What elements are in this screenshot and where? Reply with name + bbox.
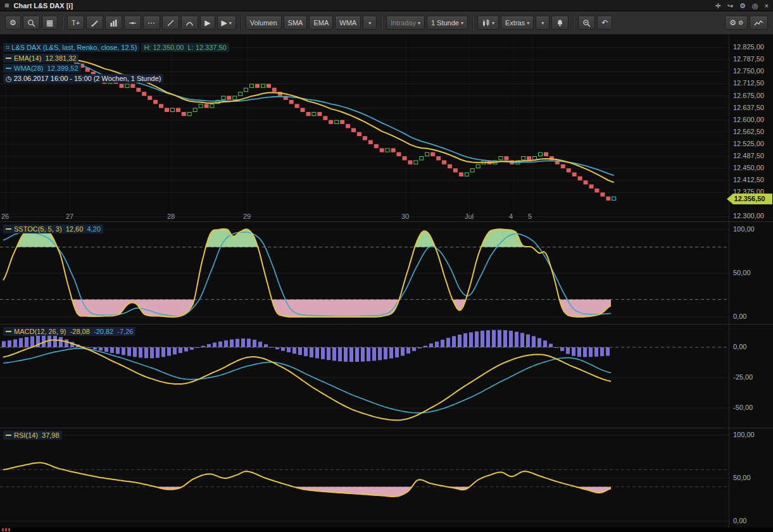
trend-line-tool-button[interactable] [162,16,179,30]
sstoc-canvas[interactable] [0,222,729,325]
titlebar: ≡ Chart L&S DAX [i] ✛ ↪ ⚙ ◎ × [0,0,773,11]
magnifier-icon [27,19,35,27]
cursor-tool-button[interactable]: ▶ [200,16,215,30]
text-tool-button[interactable]: T+ [67,16,84,30]
chart-type-dropdown[interactable]: ▾ [477,16,499,30]
double-gear-icon: ⚙ [729,19,736,27]
chart-application: ≡ Chart L&S DAX [i] ✛ ↪ ⚙ ◎ × ⚙ ▦ T+ ▶ ▶… [0,0,773,532]
ema-line-icon [6,58,11,59]
curve-tool-button[interactable] [181,16,198,30]
toolbar-separator [381,16,382,30]
candlestick-icon [482,19,490,27]
chevron-down-icon: ▾ [527,20,529,26]
record-icon[interactable]: ◎ [752,0,758,11]
rsi-legend[interactable]: RSI(14) 37,98 [3,431,62,439]
gear-small-icon: ⚙ [738,19,743,27]
sstoc-legend[interactable]: SSTOC(5, 5, 3) 12,60 4,20 [3,225,103,233]
menu-icon[interactable]: ≡ [4,1,9,10]
toolbar-separator [62,16,63,30]
magnifier-minus-icon [582,19,591,27]
macd-pane[interactable]: MACD(12, 26, 9) -28,08 -20,82 -7,26 0,00… [0,325,773,428]
window-controls: ✛ ↪ ⚙ ◎ × [715,0,769,11]
clock-icon: ◷ [6,75,12,82]
alerts-dropdown-button[interactable]: ▾ [536,16,550,30]
chevron-down-icon: ▾ [492,20,494,26]
toolbar-separator [573,16,574,30]
close-icon[interactable]: × [765,0,769,11]
intraday-dropdown[interactable]: Intraday▾ [386,16,425,30]
sstoc-pane[interactable]: SSTOC(5, 5, 3) 12,60 4,20 100,0050,000,0… [0,222,773,325]
sstoc-axis[interactable]: 100,0050,000,00 [729,222,773,324]
main-chart-pane[interactable]: ⌗ L&S DAX (L&S, last, Renko, close, 12.5… [0,35,773,222]
measure-tool-button[interactable] [105,16,122,30]
bottom-statusbar [0,528,773,532]
expand-icon[interactable]: ✛ [715,0,721,11]
sma-button[interactable]: SMA [284,16,308,30]
wma-button[interactable]: WMA [335,16,361,30]
chevron-down-icon: ▾ [368,20,371,26]
rsi-canvas[interactable] [0,428,729,528]
volumen-button[interactable]: Volumen [246,16,282,30]
alarm-button[interactable] [551,16,569,30]
trend-line-icon [167,19,175,27]
gear-icon: ⚙ [9,19,16,27]
chevron-down-icon: ▾ [461,20,463,26]
settings-gear-icon[interactable]: ⚙ [739,0,746,11]
grid-icon: ▦ [46,19,53,27]
sstoc-line-icon [6,228,11,230]
wma-legend[interactable]: WMA(28) 12.399,52 [3,65,81,72]
ema-legend[interactable]: EMA(14) 12.381,32 [3,54,79,62]
toolbar-separator [241,16,241,30]
toolbar: ⚙ ▦ T+ ▶ ▶▾ Volumen SMA EMA WMA ▾ Intrad… [0,11,773,35]
play-icon: ▶ [222,19,227,27]
popout-icon[interactable]: ↪ [727,0,733,11]
dashed-line-tool-button[interactable] [143,16,160,30]
symbol-legend[interactable]: ⌗ L&S DAX (L&S, last, Renko, close, 12.5… [3,44,229,52]
layout-grid-button[interactable]: ▦ [42,16,58,30]
connection-status-icon [2,528,10,531]
wma-line-icon [6,68,11,69]
rsi-line-icon [6,435,11,436]
indicator-dropdown-button[interactable]: ▾ [363,16,377,30]
window-title: Chart L&S DAX [i] [14,2,73,9]
chart-settings-button[interactable]: ⚙ [5,16,21,30]
horizontal-line-icon [129,19,137,27]
mini-chart-button[interactable] [750,16,768,30]
price-axis[interactable]: 12.825,0012.787,5012.750,0012.712,5012.6… [729,35,773,221]
text-tool-icon: T+ [72,19,80,27]
cursor-dropdown-button[interactable]: ▶▾ [217,16,236,30]
pencil-tool-button[interactable] [86,16,103,30]
macd-legend[interactable]: MACD(12, 26, 9) -28,08 -20,82 -7,26 [3,328,135,335]
link-settings-button[interactable]: ⚙⚙ [725,16,748,30]
bars-icon [110,19,118,27]
zoom-out-button[interactable] [578,16,595,30]
daterange-legend: ◷ 23.06.2017 16:00 - 15:00 (2 Wochen, 1 … [3,75,163,83]
rsi-axis[interactable]: 100,0050,000,00 [729,428,773,528]
chevron-down-icon: ▾ [541,20,544,26]
sparkline-icon [754,19,764,27]
interval-dropdown[interactable]: 1 Stunde▾ [427,16,468,30]
chevron-down-icon: ▾ [229,20,232,26]
extras-dropdown[interactable]: Extras▾ [501,16,534,30]
high-low-values: H: 12.350,00 L: 12.337,50 [141,43,229,52]
price-badge: 12.356,50 [727,194,772,204]
undo-icon: ↶ [601,19,608,27]
ema-button[interactable]: EMA [309,16,333,30]
undo-button[interactable]: ↶ [597,16,612,30]
symbol-name: L&S DAX (L&S, last, Renko, close, 12.5) [11,44,137,51]
toolbar-separator [472,16,473,30]
pencil-icon [91,19,99,27]
zoom-tool-button[interactable] [23,16,40,30]
macd-line-icon [6,331,11,332]
macd-axis[interactable]: 0,00-25,00-50,00 [729,325,773,428]
rsi-pane[interactable]: RSI(14) 37,98 100,0050,000,00 [0,428,773,528]
main-chart-canvas[interactable] [0,35,729,222]
bell-icon [556,19,564,27]
chevron-down-icon: ▾ [418,20,420,26]
macd-canvas[interactable] [0,325,729,428]
play-icon: ▶ [204,19,210,27]
horizontal-line-tool-button[interactable] [124,16,141,30]
dashed-line-icon [148,19,156,27]
instrument-icon: ⌗ [6,44,9,51]
curve-icon [185,19,194,27]
